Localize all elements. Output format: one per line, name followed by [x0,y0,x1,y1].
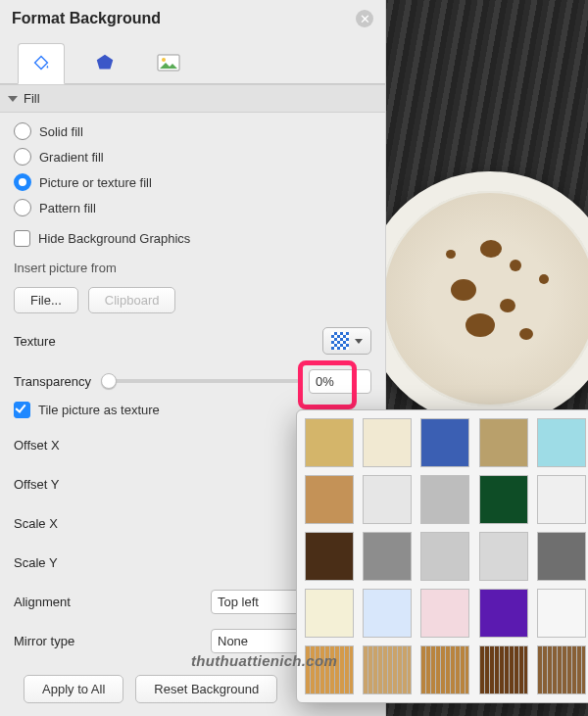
close-icon: ✕ [360,13,370,25]
texture-swatch-23[interactable] [479,645,528,694]
radio-label: Solid fill [39,124,83,139]
chevron-down-icon [355,339,363,344]
radio-picture-texture-fill[interactable]: Picture or texture fill [14,173,371,191]
radio-label: Pattern fill [39,201,96,215]
radio-icon [14,173,31,191]
texture-swatch-7[interactable] [420,475,469,524]
radio-solid-fill[interactable]: Solid fill [14,122,371,140]
radio-label: Gradient fill [39,150,104,165]
texture-swatch-24[interactable] [537,645,586,694]
texture-swatch-8[interactable] [479,475,528,524]
tab-strip [0,35,385,84]
texture-swatch-icon [331,332,349,350]
texture-swatch-18[interactable] [479,589,528,638]
fill-section-header[interactable]: Fill [0,84,385,113]
transparency-input[interactable]: 0% [309,369,371,394]
texture-swatch-0[interactable] [305,418,354,467]
paint-bucket-icon [30,52,52,73]
checkbox-label: Hide Background Graphics [38,231,190,246]
select-value: None [218,634,248,648]
clipboard-button: Clipboard [88,287,176,313]
texture-swatch-5[interactable] [305,475,354,524]
close-button[interactable]: ✕ [356,10,373,27]
transparency-label: Transparency [14,374,91,389]
texture-swatch-14[interactable] [537,532,586,581]
mirror-type-label: Mirror type [14,634,74,648]
texture-swatch-15[interactable] [305,589,354,638]
radio-pattern-fill[interactable]: Pattern fill [14,199,371,216]
checkbox-icon [14,402,30,418]
texture-swatch-22[interactable] [420,645,469,694]
texture-swatch-16[interactable] [363,589,412,638]
scale-x-label: Scale X [14,516,58,531]
texture-swatch-9[interactable] [537,475,586,524]
slider-knob[interactable] [101,373,117,389]
watermark-text: thuthuattienich.com [191,652,337,669]
picture-icon [157,54,180,72]
alignment-label: Alignment [14,595,71,609]
texture-swatch-19[interactable] [537,589,586,638]
radio-gradient-fill[interactable]: Gradient fill [14,148,371,166]
radio-icon [14,148,31,166]
offset-y-label: Offset Y [14,477,60,492]
file-button[interactable]: File... [14,287,78,313]
pentagon-icon [94,52,116,73]
texture-swatch-1[interactable] [363,418,412,467]
texture-swatch-2[interactable] [420,418,469,467]
texture-swatch-11[interactable] [363,532,412,581]
tab-picture[interactable] [145,43,192,83]
texture-dropdown-button[interactable] [322,327,371,355]
tab-effects[interactable] [82,43,127,83]
tab-fill[interactable] [18,43,65,84]
reset-background-button[interactable]: Reset Background [135,675,277,703]
texture-swatch-17[interactable] [420,589,469,638]
checkbox-icon [14,230,30,247]
svg-point-1 [162,58,166,62]
apply-to-all-button[interactable]: Apply to All [24,675,123,703]
texture-swatch-21[interactable] [363,645,412,694]
texture-swatch-10[interactable] [305,532,354,581]
checkbox-label: Tile picture as texture [38,403,160,417]
texture-swatch-6[interactable] [363,475,412,524]
texture-label: Texture [14,334,56,349]
triangle-down-icon [8,96,18,102]
radio-icon [14,122,31,140]
texture-swatch-12[interactable] [420,532,469,581]
texture-gallery-popover [296,409,588,703]
fill-section-label: Fill [24,91,40,106]
radio-label: Picture or texture fill [39,175,152,190]
texture-swatch-13[interactable] [479,532,528,581]
transparency-slider[interactable] [101,379,299,383]
hide-bg-graphics-checkbox[interactable]: Hide Background Graphics [14,230,371,247]
scale-y-label: Scale Y [14,555,58,570]
radio-icon [14,199,31,216]
offset-x-label: Offset X [14,438,60,453]
panel-title: Format Background [12,10,161,27]
texture-swatch-3[interactable] [479,418,528,467]
select-value: Top left [218,595,259,609]
texture-swatch-4[interactable] [537,418,586,467]
insert-picture-from-label: Insert picture from [14,261,371,275]
